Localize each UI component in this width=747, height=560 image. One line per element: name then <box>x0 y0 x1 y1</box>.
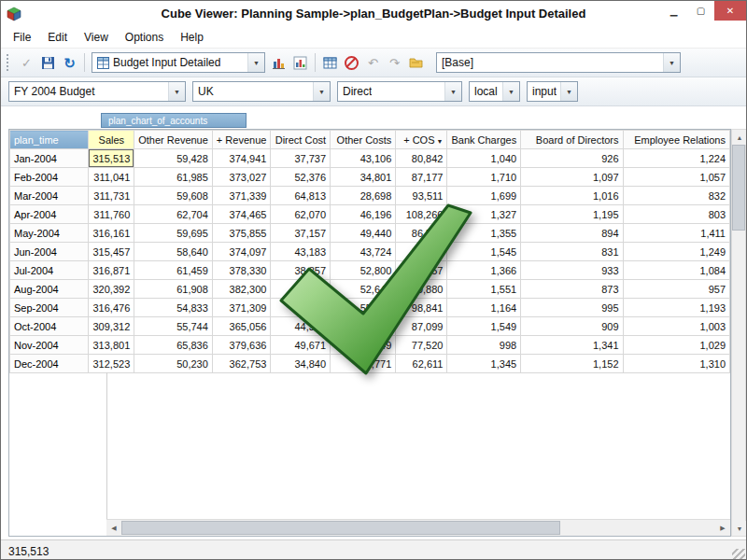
grid-cell[interactable]: 1,710 <box>447 168 521 187</box>
grid-cell[interactable]: 382,300 <box>212 280 271 299</box>
grid-cell[interactable]: 316,476 <box>89 299 134 317</box>
grid-cell[interactable]: 1,040 <box>447 149 521 168</box>
grid-cell[interactable]: 80,842 <box>396 149 447 168</box>
column-header-7[interactable]: Board of Directors <box>521 131 623 149</box>
dropdown-arrow-icon[interactable]: ▼ <box>502 82 519 101</box>
row-label-Jul-2004[interactable]: Jul-2004 <box>10 261 89 280</box>
scroll-right-icon[interactable]: ▶ <box>715 520 730 536</box>
menu-help[interactable]: Help <box>172 28 212 47</box>
grid-cell[interactable]: 98,841 <box>396 299 447 317</box>
vertical-scrollbar[interactable]: ▲ ▼ <box>731 129 746 537</box>
grid-cell[interactable]: 316,871 <box>89 261 134 280</box>
grid-cell[interactable]: 311,041 <box>89 168 134 187</box>
column-header-4[interactable]: Other Costs <box>331 131 396 149</box>
row-label-Aug-2004[interactable]: Aug-2004 <box>10 280 89 299</box>
grid-cell[interactable]: 61,908 <box>134 280 213 299</box>
grid-cell[interactable]: 362,753 <box>212 355 271 373</box>
grid-cell[interactable]: 55,744 <box>134 317 213 336</box>
resize-grip[interactable] <box>732 549 745 560</box>
slice-icon[interactable] <box>319 52 341 73</box>
grid-cell[interactable]: 54,833 <box>134 299 213 317</box>
grid-cell[interactable]: 1,084 <box>623 261 729 280</box>
row-label-Oct-2004[interactable]: Oct-2004 <box>10 317 89 336</box>
grid-cell[interactable]: 42,758 <box>331 317 396 336</box>
grid-cell[interactable]: 59,608 <box>134 187 213 205</box>
plan-version-select[interactable]: FY 2004 Budget▼ <box>8 81 186 102</box>
grid-cell[interactable]: 86,597 <box>396 224 447 243</box>
grid-cell[interactable]: 34,840 <box>271 355 331 373</box>
column-header-0[interactable]: Sales <box>89 131 134 149</box>
grid-cell[interactable]: 1,545 <box>447 243 521 261</box>
column-dimension-tab[interactable]: plan_chart_of_accounts <box>101 113 247 128</box>
chart-icon[interactable] <box>268 52 289 73</box>
row-label-Sep-2004[interactable]: Sep-2004 <box>10 299 89 317</box>
grid-cell[interactable]: 1,551 <box>447 280 521 299</box>
grid-cell[interactable]: 52,376 <box>271 168 331 187</box>
grid-cell[interactable]: 309,312 <box>89 317 134 336</box>
grid-cell[interactable]: 62,070 <box>271 205 331 224</box>
grid-cell[interactable]: 909 <box>521 317 623 336</box>
grid-cell[interactable]: 832 <box>623 187 729 205</box>
grid-cell[interactable]: 49,440 <box>331 224 396 243</box>
grid-cell[interactable]: 87,099 <box>396 317 447 336</box>
grid-cell[interactable]: 55,259 <box>331 299 396 317</box>
dropdown-arrow-icon[interactable]: ▼ <box>663 53 680 72</box>
row-label-Mar-2004[interactable]: Mar-2004 <box>10 187 89 205</box>
grid-cell[interactable]: 108,266 <box>396 205 447 224</box>
plan-exchange-rates-select[interactable]: local▼ <box>469 81 520 102</box>
column-header-2[interactable]: + Revenue <box>212 131 271 149</box>
grid-cell[interactable]: 311,760 <box>89 205 134 224</box>
grid-cell[interactable]: 1,345 <box>447 355 521 373</box>
grid-cell[interactable]: 379,636 <box>212 336 271 355</box>
grid-cell[interactable]: 894 <box>521 224 623 243</box>
grid-cell[interactable]: 320,392 <box>89 280 134 299</box>
grid-cell[interactable]: 803 <box>623 205 729 224</box>
grid-cell[interactable]: 38,857 <box>271 261 331 280</box>
grid-cell[interactable]: 957 <box>623 280 729 299</box>
menu-options[interactable]: Options <box>117 28 172 47</box>
dropdown-arrow-icon[interactable]: ▼ <box>444 82 461 101</box>
grid-cell[interactable]: 316,161 <box>89 224 134 243</box>
grid-cell[interactable]: 1,411 <box>623 224 729 243</box>
grid-cell[interactable]: 933 <box>521 261 623 280</box>
grid-cell[interactable]: 59,695 <box>134 224 213 243</box>
grid-cell[interactable]: 378,330 <box>212 261 271 280</box>
grid-cell[interactable]: 313,801 <box>89 336 134 355</box>
grid-cell[interactable]: 1,249 <box>623 243 729 261</box>
grid-cell[interactable]: 49,671 <box>271 336 331 355</box>
row-label-Feb-2004[interactable]: Feb-2004 <box>10 168 89 187</box>
menu-edit[interactable]: Edit <box>39 28 76 47</box>
plan-department-select[interactable]: Direct▼ <box>337 81 462 102</box>
grid-cell[interactable]: 375,855 <box>212 224 271 243</box>
grid-cell[interactable]: 27,771 <box>331 355 396 373</box>
redo-icon[interactable]: ↷ <box>384 52 405 73</box>
grid-cell[interactable]: 28,698 <box>331 187 396 205</box>
save-icon[interactable] <box>37 52 59 73</box>
grid-cell[interactable]: 998 <box>447 336 521 355</box>
grid-cell[interactable]: 27,849 <box>331 336 396 355</box>
grid-cell[interactable]: 43,582 <box>271 299 331 317</box>
row-label-Jan-2004[interactable]: Jan-2004 <box>10 149 89 168</box>
scroll-down-icon[interactable]: ▼ <box>732 521 746 536</box>
grid-cell[interactable]: 43,724 <box>331 243 396 261</box>
grid-cell[interactable]: 86,907 <box>396 243 447 261</box>
grid-cell[interactable]: 43,106 <box>331 149 396 168</box>
grid-cell[interactable]: 371,309 <box>212 299 271 317</box>
grid-cell[interactable]: 995 <box>521 299 623 317</box>
dropdown-arrow-icon[interactable]: ▼ <box>168 82 185 101</box>
chart-grid-icon[interactable] <box>289 52 311 73</box>
column-header-8[interactable]: Employee Relations <box>623 131 729 149</box>
column-header-5[interactable]: + COS▼ <box>396 131 447 149</box>
grid-cell[interactable]: 37,157 <box>271 224 331 243</box>
row-label-Nov-2004[interactable]: Nov-2004 <box>10 336 89 355</box>
menu-view[interactable]: View <box>76 28 117 47</box>
grid-cell[interactable]: 61,459 <box>134 261 213 280</box>
grid-cell[interactable]: 374,941 <box>212 149 271 168</box>
grid-cell[interactable]: 371,339 <box>212 187 271 205</box>
grid-cell[interactable]: 873 <box>521 280 623 299</box>
grid-cell[interactable]: 65,836 <box>134 336 213 355</box>
grid-cell[interactable]: 61,985 <box>134 168 213 187</box>
dropdown-arrow-icon[interactable]: ▼ <box>313 82 330 101</box>
grid-cell[interactable]: 62,611 <box>396 355 447 373</box>
grid-cell[interactable]: 50,230 <box>134 355 213 373</box>
